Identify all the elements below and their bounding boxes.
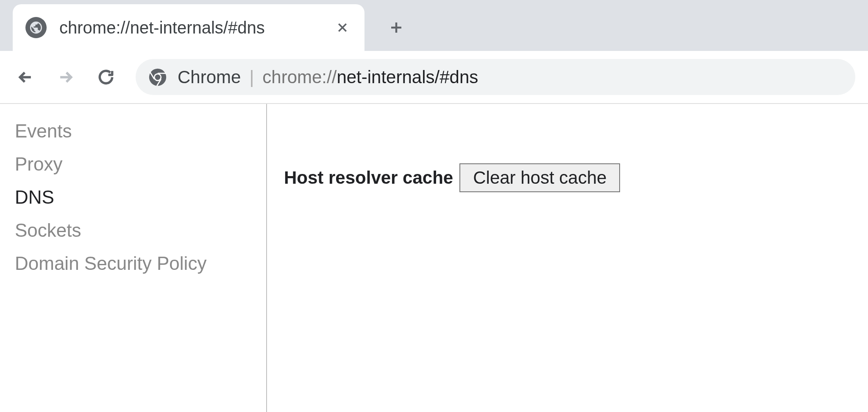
omnibox-chrome-label: Chrome: [178, 67, 241, 87]
host-resolver-cache-label: Host resolver cache: [284, 168, 453, 188]
host-resolver-row: Host resolver cache Clear host cache: [284, 163, 851, 192]
sidebar-item-proxy[interactable]: Proxy: [0, 148, 266, 181]
tab-strip: chrome://net-internals/#dns: [0, 0, 868, 51]
nav-buttons: [13, 64, 119, 90]
close-tab-button[interactable]: [333, 18, 352, 37]
svg-point-2: [155, 74, 161, 80]
omnibox-separator: |: [249, 67, 254, 87]
forward-button[interactable]: [53, 64, 78, 90]
reload-button[interactable]: [93, 64, 119, 90]
browser-tab[interactable]: chrome://net-internals/#dns: [13, 4, 364, 51]
clear-host-cache-button[interactable]: Clear host cache: [459, 163, 620, 192]
content: EventsProxyDNSSocketsDomain Security Pol…: [0, 104, 868, 412]
main-panel: Host resolver cache Clear host cache: [267, 104, 868, 412]
omnibox-url-prefix: chrome://: [262, 67, 337, 87]
omnibox-url-path: net-internals/#dns: [337, 67, 478, 87]
omnibox[interactable]: Chrome | chrome://net-internals/#dns: [136, 59, 855, 95]
omnibox-text: Chrome | chrome://net-internals/#dns: [178, 67, 478, 87]
sidebar-item-sockets[interactable]: Sockets: [0, 214, 266, 247]
sidebar-item-dns[interactable]: DNS: [0, 181, 266, 214]
new-tab-button[interactable]: [386, 17, 407, 38]
sidebar-item-events[interactable]: Events: [0, 115, 266, 148]
tab-title: chrome://net-internals/#dns: [59, 18, 325, 37]
chrome-icon: [148, 68, 167, 87]
sidebar: EventsProxyDNSSocketsDomain Security Pol…: [0, 104, 267, 412]
globe-icon: [25, 17, 47, 38]
toolbar: Chrome | chrome://net-internals/#dns: [0, 51, 868, 104]
back-button[interactable]: [13, 64, 38, 90]
sidebar-item-domain-security-policy[interactable]: Domain Security Policy: [0, 247, 266, 280]
